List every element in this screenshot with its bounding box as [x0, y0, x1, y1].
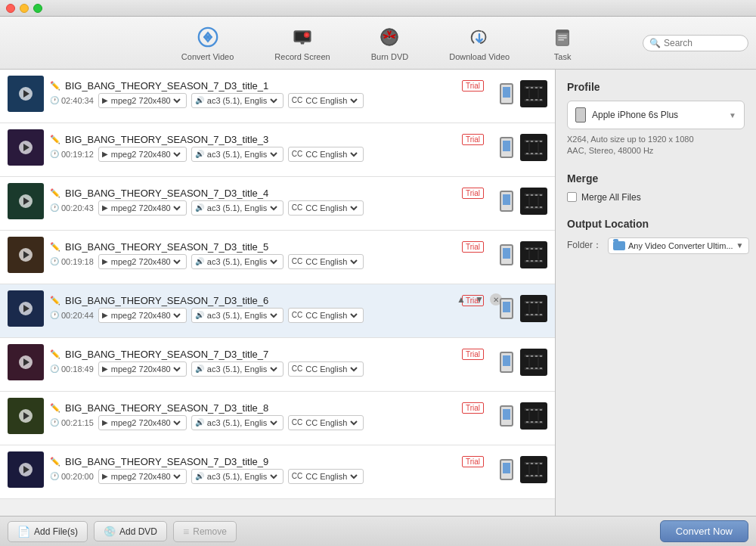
- audio-select[interactable]: 🔊 ac3 (5.1), English: [191, 93, 284, 108]
- video-format-dropdown[interactable]: mpeg2 720x480: [108, 256, 183, 267]
- remove-button[interactable]: ≡ Remove: [173, 521, 237, 542]
- file-item[interactable]: ✏️ BIG_BANG_THEORY_SEASON_7_D3_title_3 T…: [0, 123, 555, 177]
- audio-dropdown[interactable]: ac3 (5.1), English: [204, 364, 280, 374]
- play-button[interactable]: [19, 141, 33, 154]
- svg-rect-25: [540, 99, 542, 101]
- search-box[interactable]: 🔍: [643, 35, 748, 51]
- profile-selector[interactable]: Apple iPhone 6s Plus ▼: [567, 101, 745, 129]
- video-format-dropdown[interactable]: mpeg2 720x480: [108, 95, 183, 106]
- audio-dropdown[interactable]: ac3 (5.1), English: [204, 310, 280, 321]
- play-button[interactable]: [19, 355, 33, 369]
- merge-all-files-checkbox[interactable]: [567, 192, 577, 202]
- subtitle-dropdown[interactable]: CC English: [302, 256, 360, 267]
- sort-down-button[interactable]: ▼: [472, 292, 487, 307]
- file-item[interactable]: ✏️ BIG_BANG_THEORY_SEASON_7_D3_title_9 T…: [0, 445, 555, 499]
- subtitle-dropdown[interactable]: CC English: [302, 95, 360, 106]
- play-button[interactable]: [19, 87, 33, 101]
- toolbar-item-task[interactable]: Task: [541, 20, 584, 66]
- audio-select[interactable]: 🔊 ac3 (5.1), English: [191, 361, 284, 377]
- edit-icon[interactable]: ✏️: [50, 403, 60, 413]
- video-format-select[interactable]: ▶ mpeg2 720x480: [98, 361, 187, 377]
- video-format-select[interactable]: ▶ mpeg2 720x480: [98, 415, 187, 430]
- audio-dropdown[interactable]: ac3 (5.1), English: [204, 471, 280, 482]
- subtitle-select[interactable]: CC CC English: [288, 254, 364, 269]
- edit-icon[interactable]: ✏️: [50, 457, 60, 467]
- video-icon: ▶: [102, 96, 108, 104]
- audio-dropdown[interactable]: ac3 (5.1), English: [204, 149, 280, 160]
- video-format-dropdown[interactable]: mpeg2 720x480: [108, 310, 183, 321]
- maximize-button[interactable]: [33, 4, 42, 13]
- toolbar-item-record-screen[interactable]: Record Screen: [265, 20, 339, 66]
- search-input[interactable]: [664, 38, 747, 48]
- edit-icon[interactable]: ✏️: [50, 296, 60, 306]
- folder-selector[interactable]: Any Video Converter Ultim... ▼: [608, 237, 748, 254]
- video-format-select[interactable]: ▶ mpeg2 720x480: [98, 147, 187, 162]
- play-button[interactable]: [19, 463, 33, 476]
- video-format-dropdown[interactable]: mpeg2 720x480: [108, 203, 183, 213]
- subtitle-dropdown[interactable]: CC English: [302, 471, 360, 482]
- subtitle-select[interactable]: CC CC English: [288, 469, 364, 484]
- file-item[interactable]: ✏️ BIG_BANG_THEORY_SEASON_7_D3_title_8 T…: [0, 392, 555, 445]
- video-format-select[interactable]: ▶ mpeg2 720x480: [98, 93, 187, 108]
- audio-select[interactable]: 🔊 ac3 (5.1), English: [191, 200, 284, 216]
- video-format-select[interactable]: ▶ mpeg2 720x480: [98, 469, 187, 484]
- edit-icon[interactable]: ✏️: [50, 242, 60, 252]
- video-icon: ▶: [102, 311, 108, 319]
- video-format-dropdown[interactable]: mpeg2 720x480: [108, 149, 183, 160]
- add-files-button[interactable]: 📄 Add File(s): [8, 521, 88, 542]
- subtitle-dropdown[interactable]: CC English: [302, 364, 360, 374]
- subtitle-select[interactable]: CC CC English: [288, 308, 364, 323]
- convert-now-button[interactable]: Convert Now: [660, 520, 748, 542]
- subtitle-select[interactable]: CC CC English: [288, 361, 364, 377]
- video-format-dropdown[interactable]: mpeg2 720x480: [108, 417, 183, 428]
- edit-icon[interactable]: ✏️: [50, 188, 60, 198]
- subtitle-select[interactable]: CC CC English: [288, 415, 364, 430]
- toolbar-item-convert-video[interactable]: Convert Video: [172, 20, 243, 66]
- audio-dropdown[interactable]: ac3 (5.1), English: [204, 256, 280, 267]
- play-button[interactable]: [19, 409, 33, 423]
- audio-select[interactable]: 🔊 ac3 (5.1), English: [191, 415, 284, 430]
- edit-icon[interactable]: ✏️: [50, 349, 60, 359]
- video-format-select[interactable]: ▶ mpeg2 720x480: [98, 254, 187, 269]
- subtitle-dropdown[interactable]: CC English: [302, 417, 360, 428]
- audio-dropdown[interactable]: ac3 (5.1), English: [204, 417, 280, 428]
- subtitle-select[interactable]: CC CC English: [288, 93, 364, 108]
- add-dvd-button[interactable]: 💿 Add DVD: [94, 521, 167, 541]
- file-item[interactable]: ✏️ BIG_BANG_THEORY_SEASON_7_D3_title_6 T…: [0, 284, 555, 338]
- subtitle-select[interactable]: CC CC English: [288, 147, 364, 162]
- sort-up-button[interactable]: ▲: [454, 292, 469, 307]
- subtitle-dropdown[interactable]: CC English: [302, 310, 360, 321]
- subtitle-dropdown[interactable]: CC English: [302, 203, 360, 213]
- video-format-select[interactable]: ▶ mpeg2 720x480: [98, 308, 187, 323]
- close-button[interactable]: [6, 4, 15, 13]
- file-item-header: ✏️ BIG_BANG_THEORY_SEASON_7_D3_title_8 T…: [8, 398, 547, 434]
- video-format-select[interactable]: ▶ mpeg2 720x480: [98, 200, 187, 216]
- audio-select[interactable]: 🔊 ac3 (5.1), English: [191, 254, 284, 269]
- audio-select[interactable]: 🔊 ac3 (5.1), English: [191, 469, 284, 484]
- svg-rect-61: [526, 260, 528, 262]
- play-button[interactable]: [19, 248, 33, 262]
- toolbar-item-burn-dvd[interactable]: Burn DVD: [362, 20, 418, 66]
- video-format-dropdown[interactable]: mpeg2 720x480: [108, 364, 183, 374]
- subtitle-dropdown[interactable]: CC English: [302, 149, 360, 160]
- toolbar-item-download-video[interactable]: Download Video: [440, 20, 519, 66]
- file-item[interactable]: ✏️ BIG_BANG_THEORY_SEASON_7_D3_title_1 T…: [0, 70, 555, 123]
- file-title: BIG_BANG_THEORY_SEASON_7_D3_title_4: [65, 188, 268, 199]
- audio-dropdown[interactable]: ac3 (5.1), English: [204, 95, 280, 106]
- audio-select[interactable]: 🔊 ac3 (5.1), English: [191, 147, 284, 162]
- subtitle-select[interactable]: CC CC English: [288, 200, 364, 216]
- edit-icon[interactable]: ✏️: [50, 81, 60, 91]
- file-item[interactable]: ✏️ BIG_BANG_THEORY_SEASON_7_D3_title_7 T…: [0, 338, 555, 392]
- svg-rect-49: [531, 206, 533, 208]
- audio-dropdown[interactable]: ac3 (5.1), English: [204, 203, 280, 213]
- play-button[interactable]: [19, 302, 33, 315]
- play-button[interactable]: [19, 194, 33, 208]
- video-format-dropdown[interactable]: mpeg2 720x480: [108, 471, 183, 482]
- minimize-button[interactable]: [20, 4, 29, 13]
- svg-rect-76: [535, 314, 538, 315]
- bottom-bar: 📄 Add File(s) 💿 Add DVD ≡ Remove Convert…: [0, 516, 756, 546]
- file-item[interactable]: ✏️ BIG_BANG_THEORY_SEASON_7_D3_title_5 T…: [0, 231, 555, 284]
- audio-select[interactable]: 🔊 ac3 (5.1), English: [191, 308, 284, 323]
- file-item[interactable]: ✏️ BIG_BANG_THEORY_SEASON_7_D3_title_4 T…: [0, 177, 555, 231]
- edit-icon[interactable]: ✏️: [50, 135, 60, 144]
